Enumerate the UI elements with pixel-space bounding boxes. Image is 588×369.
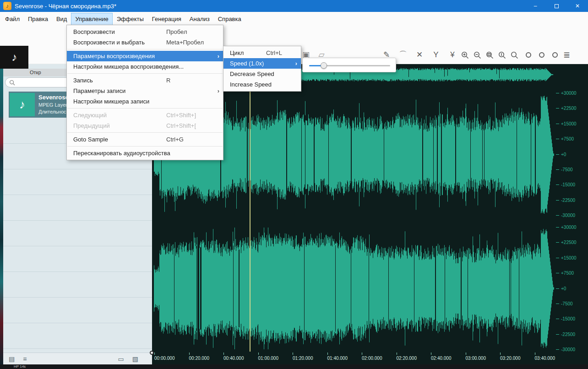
timeline-start-marker[interactable] bbox=[150, 351, 154, 355]
zoom-in-icon[interactable] bbox=[461, 51, 469, 60]
toolbar2-zoom-group bbox=[461, 46, 519, 64]
amplitude-tick-label: -7500 bbox=[556, 167, 573, 172]
amplitude-tick-label: -22500 bbox=[556, 332, 575, 337]
menubar-item-8[interactable]: Справка bbox=[214, 13, 245, 25]
submenu-arrow-icon: › bbox=[293, 60, 297, 67]
timeline-tick-label: 02:20.000 bbox=[397, 353, 417, 361]
menu-item-play[interactable]: Воспроизвести Пробел bbox=[67, 27, 223, 37]
erase-tool-icon[interactable]: ✕ bbox=[415, 50, 424, 60]
menu-separator bbox=[67, 73, 223, 74]
amplitude-tick-label: -22500 bbox=[556, 198, 575, 203]
menu-item-playback-mixer-settings[interactable]: Настройки микшера воспроизведения... bbox=[67, 61, 223, 72]
timeline-tick-label: 00:00.000 bbox=[154, 353, 175, 361]
menu-separator bbox=[67, 108, 223, 109]
file-info: Sevenrose MPEG Layer Длительнос bbox=[38, 92, 69, 118]
xy-tool-icon[interactable]: ¥ bbox=[448, 50, 457, 60]
zoom-out-icon[interactable] bbox=[473, 51, 482, 60]
close-icon: ✕ bbox=[575, 3, 580, 9]
menubar-item-5[interactable]: Эффекты bbox=[113, 13, 148, 25]
amplitude-tick-label: +15000 bbox=[556, 255, 577, 260]
sidebar-footer: ▤≡ ▭▧ bbox=[3, 353, 152, 364]
timeline-tick-label: 02:00.000 bbox=[362, 353, 382, 361]
amplitude-tick-label: -30000 bbox=[556, 347, 575, 352]
menu-item-record-params[interactable]: Параметры записи › bbox=[67, 86, 223, 96]
amplitude-tick-label: +0 bbox=[556, 286, 566, 291]
y-tool-icon[interactable]: Y bbox=[431, 50, 441, 60]
speed-slider-knob[interactable] bbox=[321, 62, 327, 69]
speed-slider[interactable] bbox=[309, 62, 390, 69]
menu-item-record-mixer-settings[interactable]: Настройки микшера записи bbox=[67, 96, 223, 107]
amplitude-tick-label: +22500 bbox=[556, 240, 577, 245]
menubar-item-2[interactable]: Правка bbox=[24, 13, 52, 25]
timeline-tick-label: 03:00.000 bbox=[466, 353, 486, 361]
close-button[interactable]: ✕ bbox=[567, 0, 588, 12]
loop-marker-icon-2[interactable] bbox=[539, 52, 544, 58]
desktop-edge bbox=[0, 69, 3, 364]
list-view-icon[interactable]: ≡ bbox=[23, 355, 27, 363]
maximize-icon bbox=[555, 4, 559, 8]
minimize-panel-icon[interactable]: ▭ bbox=[118, 355, 124, 363]
zoom-full-icon[interactable] bbox=[510, 51, 519, 60]
preview-panel-icon[interactable]: ▧ bbox=[132, 355, 138, 363]
timeline-tick-label: 01:40.000 bbox=[327, 353, 348, 361]
timeline-ruler[interactable]: 00:00.00000:20.00000:40.00001:00.00001:2… bbox=[152, 352, 555, 364]
menubar-item-7[interactable]: Анализ bbox=[185, 13, 214, 25]
music-note-icon: ♪ bbox=[11, 51, 17, 64]
amplitude-tick-label: +7500 bbox=[556, 136, 574, 141]
menubar-item-6[interactable]: Генерация bbox=[148, 13, 185, 25]
sidebar-footer-right: ▭▧ bbox=[118, 353, 138, 365]
smooth-tool-icon[interactable]: ⌒ bbox=[398, 50, 408, 60]
submenu-item-increase-speed[interactable]: Increase Speed bbox=[223, 79, 301, 90]
view-options-icon[interactable]: ≣ bbox=[563, 50, 570, 60]
app-window: ♪ Sevenrose - Чёрная смородина.mp3* – ✕ … bbox=[0, 0, 588, 369]
table-view-icon[interactable]: ▤ bbox=[9, 355, 15, 363]
menu-item-record[interactable]: Запись R bbox=[67, 75, 223, 86]
zoom-selection-icon[interactable] bbox=[485, 51, 494, 60]
loop-marker-icon-3[interactable] bbox=[552, 52, 558, 58]
window-title: Sevenrose - Чёрная смородина.mp3* bbox=[15, 3, 116, 10]
menubar-item-1[interactable]: Файл bbox=[1, 13, 24, 25]
amplitude-tick-label: +7500 bbox=[556, 271, 574, 276]
zoom-vertical-icon[interactable] bbox=[498, 51, 506, 60]
menubar-item-3[interactable]: Вид bbox=[52, 13, 71, 25]
timeline-tick-label: 01:20.000 bbox=[293, 353, 313, 361]
music-note-icon: ♪ bbox=[6, 3, 9, 9]
submenu-item-decrease-speed[interactable]: Decrease Speed bbox=[223, 69, 301, 79]
menu-item-goto-sample[interactable]: Goto Sample Ctrl+G bbox=[67, 134, 223, 145]
titlebar[interactable]: ♪ Sevenrose - Чёрная смородина.mp3* – ✕ bbox=[0, 0, 588, 12]
amplitude-tick-label: +30000 bbox=[556, 91, 577, 96]
menubar-item-4[interactable]: Управление bbox=[71, 13, 112, 25]
toolbar2-menu-group: ≣ bbox=[563, 46, 570, 64]
menu-item-previous[interactable]: Предыдущий Ctrl+Shift+[ bbox=[67, 120, 223, 131]
music-note-icon: ♪ bbox=[19, 98, 25, 112]
timeline-tick-label: 00:20.000 bbox=[189, 353, 210, 361]
speed-slider-popup bbox=[302, 58, 396, 72]
album-art-placeholder: ♪ bbox=[0, 46, 28, 69]
maximize-button[interactable] bbox=[546, 0, 567, 12]
menu-item-next[interactable]: Следующий Ctrl+Shift+] bbox=[67, 110, 223, 120]
menu-item-playback-params[interactable]: Параметры воспроизведения › bbox=[67, 51, 223, 61]
submenu-arrow-icon: › bbox=[215, 87, 219, 94]
amplitude-tick-label: +22500 bbox=[556, 106, 577, 111]
amplitude-tick-label: +30000 bbox=[556, 225, 577, 230]
file-duration: Длительнос bbox=[38, 109, 69, 114]
sidebar-footer-left: ▤≡ bbox=[9, 353, 27, 365]
menu-item-rescan-audio-devices[interactable]: Пересканировать аудиоустройства bbox=[67, 148, 223, 158]
menu-item-play-and-select[interactable]: Воспроизвести и выбрать Meta+Пробел bbox=[67, 37, 223, 48]
playhead-line bbox=[250, 64, 250, 352]
submenu-item-loop[interactable]: Цикл Ctrl+L bbox=[223, 48, 301, 58]
submenu-item-speed[interactable]: Speed (1.0x) › bbox=[223, 58, 301, 69]
amplitude-tick-label: -7500 bbox=[556, 301, 573, 306]
minimize-button[interactable]: – bbox=[525, 0, 546, 12]
submenu-arrow-icon: › bbox=[215, 53, 219, 60]
loop-marker-icon-1[interactable] bbox=[526, 52, 531, 58]
taskbar-text: HP 14s bbox=[14, 364, 26, 369]
amplitude-tick-label: +0 bbox=[556, 152, 566, 157]
timeline-tick-label: 01:00.000 bbox=[258, 353, 279, 361]
desktop-taskbar-strip: HP 14s bbox=[0, 364, 588, 369]
toolbar2-rings-group bbox=[526, 46, 558, 64]
file-title: Sevenrose bbox=[38, 94, 69, 101]
amplitude-ruler[interactable]: +30000+22500+15000+7500+0-7500-15000-225… bbox=[555, 64, 588, 364]
playback-params-submenu: Цикл Ctrl+L Speed (1.0x) › Decrease Spee… bbox=[223, 46, 301, 92]
timeline-tick-label: 03:20.000 bbox=[500, 353, 521, 361]
